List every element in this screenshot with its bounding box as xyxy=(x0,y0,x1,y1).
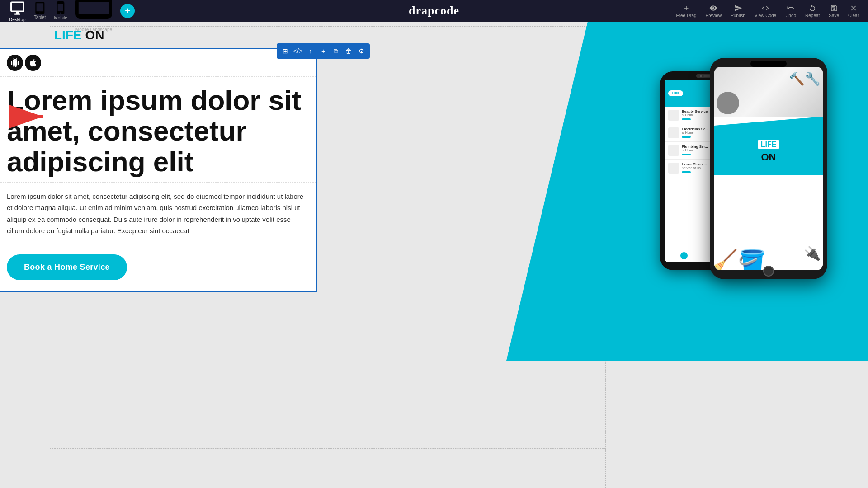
toolbar-left: Desktop Tablet Mobile Mobile Landscape + xyxy=(9,0,135,32)
block-toolbar-delete[interactable]: 🗑 xyxy=(343,45,354,57)
save-button[interactable]: Save xyxy=(829,4,839,18)
free-drag-button[interactable]: Free Drag xyxy=(676,4,697,18)
toolbar-desktop[interactable]: Desktop xyxy=(9,0,26,22)
phone-container: LIFE Beauty Service at Home xyxy=(660,58,850,338)
view-code-button[interactable]: View Code xyxy=(755,4,776,18)
phone-front: 🔨🔧 LIFE ON 🧹🪣 🔌 xyxy=(710,58,827,279)
block-toolbar-settings[interactable]: ⚙ xyxy=(355,45,367,57)
content-block: Lorem ipsum dolor sit amet, consectetur … xyxy=(0,49,316,291)
android-icon xyxy=(7,55,23,71)
publish-button[interactable]: Publish xyxy=(731,4,745,18)
phone-life-text: LIFE xyxy=(758,138,779,150)
content-body: Lorem ipsum dolor sit amet, consectetur … xyxy=(0,183,316,245)
canvas: LIFE ON ⊞ </> ↑ + ⧉ 🗑 ⚙ xyxy=(0,22,868,488)
content-headline: Lorem ipsum dolor sit amet, consectetur … xyxy=(0,77,316,183)
block-toolbar[interactable]: ⊞ </> ↑ + ⧉ 🗑 ⚙ xyxy=(277,43,370,59)
phone-bottom-content: 🧹🪣 🔌 xyxy=(714,175,823,270)
icons-row xyxy=(0,49,316,77)
block-toolbar-copy[interactable]: ⧉ xyxy=(330,45,342,57)
toolbar-mobile-landscape[interactable]: Mobile Landscape xyxy=(75,0,112,32)
repeat-button[interactable]: Repeat xyxy=(805,4,820,18)
phone-on-text: ON xyxy=(761,151,776,163)
red-arrow xyxy=(9,105,50,128)
phone-front-screen: 🔨🔧 LIFE ON 🧹🪣 🔌 xyxy=(714,67,823,270)
block-toolbar-move-up[interactable]: ↑ xyxy=(305,45,316,57)
toolbar-tablet[interactable]: Tablet xyxy=(34,2,46,20)
brand-logo: drapcode xyxy=(409,4,459,18)
block-toolbar-add[interactable]: + xyxy=(317,45,329,57)
cta-area: Book a Home Service xyxy=(0,245,316,291)
clear-button[interactable]: Clear xyxy=(848,4,859,18)
main-toolbar: Desktop Tablet Mobile Mobile Landscape +… xyxy=(0,0,868,22)
add-element-button[interactable]: + xyxy=(120,4,135,18)
undo-button[interactable]: Undo xyxy=(785,4,796,18)
bottom-row xyxy=(50,448,606,488)
block-toolbar-code[interactable]: </> xyxy=(292,45,304,57)
cta-button[interactable]: Book a Home Service xyxy=(7,254,127,280)
phone-notch xyxy=(750,61,787,67)
toolbar-mobile[interactable]: Mobile xyxy=(54,1,67,20)
preview-button[interactable]: Preview xyxy=(706,4,722,18)
apple-icon xyxy=(25,55,41,71)
block-toolbar-select[interactable]: ⊞ xyxy=(279,45,291,57)
phone-home-button xyxy=(763,266,774,277)
toolbar-right-actions: Free Drag Preview Publish View Code Undo… xyxy=(676,4,859,18)
